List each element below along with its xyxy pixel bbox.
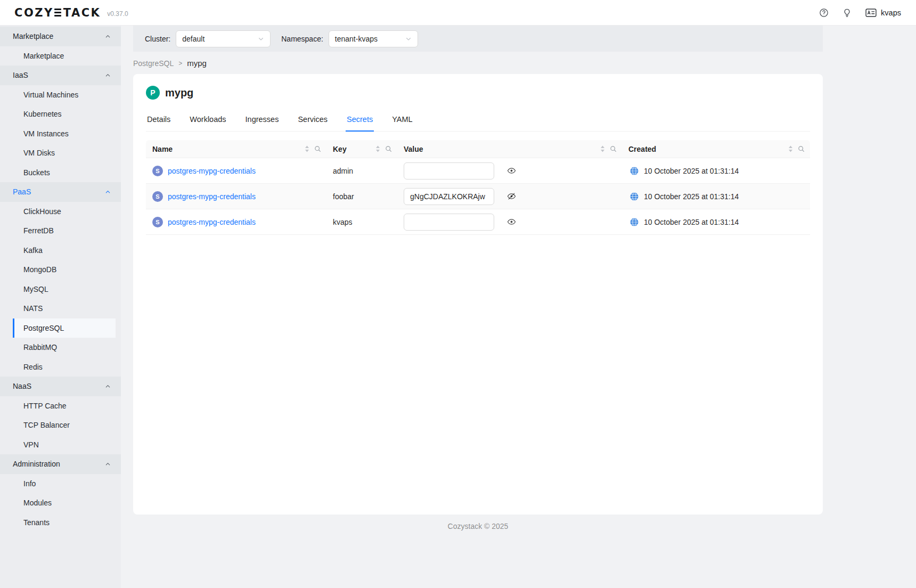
secret-value-input[interactable]	[404, 214, 494, 231]
app-logo[interactable]: COZY TACK v0.37.0	[14, 6, 128, 19]
sidebar-section-administration[interactable]: Administration	[0, 454, 121, 474]
tab-details[interactable]: Details	[146, 108, 171, 131]
tab-workloads[interactable]: Workloads	[189, 108, 227, 131]
column-search-icon[interactable]	[314, 145, 321, 152]
created-date: 10 October 2025 at 01:31:14	[644, 218, 739, 226]
eye-icon[interactable]	[507, 166, 516, 175]
sidebar-item-buckets[interactable]: Buckets	[0, 163, 121, 183]
globe-icon	[629, 192, 639, 201]
sidebar-item-tcp-balancer[interactable]: TCP Balancer	[0, 415, 121, 435]
column-search-icon[interactable]	[385, 145, 392, 152]
created-date: 10 October 2025 at 01:31:14	[644, 192, 739, 201]
user-name: kvaps	[881, 9, 901, 17]
secret-key: admin	[333, 167, 353, 175]
breadcrumb: PostgreSQL > mypg	[133, 59, 823, 68]
sidebar-item-http-cache[interactable]: HTTP Cache	[0, 396, 121, 416]
sidebar-item-kubernetes[interactable]: Kubernetes	[0, 104, 121, 124]
sidebar-item-ferretdb[interactable]: FerretDB	[0, 221, 121, 241]
sidebar-item-tenants[interactable]: Tenants	[0, 513, 121, 533]
namespace-label: Namespace:	[281, 35, 323, 43]
column-search-icon[interactable]	[610, 145, 617, 152]
created-date: 10 October 2025 at 01:31:14	[644, 167, 739, 175]
sidebar: MarketplaceMarketplaceIaaSVirtual Machin…	[0, 26, 121, 588]
main-area: Cluster: default Namespace: tenant-kvaps…	[121, 26, 916, 588]
chevron-up-icon	[105, 72, 111, 78]
secrets-table: NameKeyValueCreated Spostgres-mypg-crede…	[146, 140, 810, 235]
sidebar-item-marketplace[interactable]: Marketplace	[0, 46, 121, 66]
sidebar-item-mysql[interactable]: MySQL	[0, 280, 121, 299]
breadcrumb-parent[interactable]: PostgreSQL	[133, 59, 174, 68]
tab-services[interactable]: Services	[297, 108, 329, 131]
sidebar-item-mongodb[interactable]: MongoDB	[0, 260, 121, 280]
footer-text: Cozystack © 2025	[133, 514, 823, 543]
tab-ingresses[interactable]: Ingresses	[244, 108, 280, 131]
sort-icon[interactable]	[375, 145, 380, 152]
namespace-select[interactable]: tenant-kvaps	[329, 30, 418, 47]
sidebar-item-vpn[interactable]: VPN	[0, 435, 121, 455]
secret-avatar: S	[152, 217, 163, 227]
sidebar-item-vm-disks[interactable]: VM Disks	[0, 143, 121, 163]
secret-name-link[interactable]: postgres-mypg-credentials	[168, 167, 256, 175]
sidebar-item-rabbitmq[interactable]: RabbitMQ	[0, 338, 121, 357]
sidebar-item-clickhouse[interactable]: ClickHouse	[0, 202, 121, 222]
help-icon[interactable]	[819, 8, 829, 18]
column-header-created: Created	[622, 140, 810, 158]
cluster-select-value: default	[182, 35, 205, 43]
sidebar-item-postgresql[interactable]: PostgreSQL	[13, 318, 116, 338]
sidebar-section-marketplace[interactable]: Marketplace	[0, 27, 121, 46]
sidebar-item-nats[interactable]: NATS	[0, 299, 121, 318]
secret-value-input[interactable]	[404, 162, 494, 179]
postgres-avatar: P	[146, 86, 160, 100]
sidebar-item-modules[interactable]: Modules	[0, 493, 121, 513]
eye-off-icon[interactable]	[507, 192, 516, 201]
column-header-value: Value	[397, 140, 622, 158]
version-label: v0.37.0	[107, 8, 128, 18]
sidebar-section-naas[interactable]: NaaS	[0, 377, 121, 396]
table-row: Spostgres-mypg-credentialskvaps10 Octobe…	[146, 209, 810, 235]
context-toolbar: Cluster: default Namespace: tenant-kvaps	[133, 26, 823, 52]
id-badge-icon	[865, 9, 877, 17]
chevron-up-icon	[105, 383, 111, 389]
secret-avatar: S	[152, 191, 163, 202]
chevron-up-icon	[105, 34, 111, 39]
card-header: P mypg	[146, 86, 810, 100]
table-row: Spostgres-mypg-credentialsfoobar10 Octob…	[146, 184, 810, 209]
cluster-label: Cluster:	[145, 35, 170, 43]
eye-icon[interactable]	[507, 217, 516, 226]
sidebar-section-iaas[interactable]: IaaS	[0, 66, 121, 85]
column-title: Name	[152, 145, 173, 153]
sidebar-section-paas[interactable]: PaaS	[0, 182, 121, 202]
globe-icon	[629, 217, 639, 227]
column-header-name: Name	[146, 140, 326, 158]
column-title: Key	[333, 145, 347, 153]
secret-avatar: S	[152, 166, 163, 176]
sort-icon[interactable]	[305, 145, 309, 152]
chevron-down-icon	[258, 36, 264, 42]
app-header: COZY TACK v0.37.0 kvaps	[0, 0, 916, 26]
logo-text-left: COZY	[14, 6, 54, 19]
table-header-row: NameKeyValueCreated	[146, 140, 810, 158]
sidebar-item-info[interactable]: Info	[0, 474, 121, 494]
chevron-up-icon	[105, 461, 111, 467]
secret-name-link[interactable]: postgres-mypg-credentials	[168, 218, 256, 226]
secret-name-link[interactable]: postgres-mypg-credentials	[168, 192, 256, 201]
globe-icon	[629, 166, 639, 176]
logo-bars-icon	[54, 9, 61, 17]
column-search-icon[interactable]	[798, 145, 805, 152]
tab-secrets[interactable]: Secrets	[346, 108, 374, 131]
column-header-key: Key	[326, 140, 397, 158]
tab-yaml[interactable]: YAML	[391, 108, 413, 131]
sidebar-item-virtual-machines[interactable]: Virtual Machines	[0, 85, 121, 105]
tabs: DetailsWorkloadsIngressesServicesSecrets…	[146, 108, 810, 132]
sort-icon[interactable]	[788, 145, 793, 152]
user-menu[interactable]: kvaps	[865, 9, 901, 17]
lightbulb-icon[interactable]	[843, 8, 852, 18]
cluster-select[interactable]: default	[176, 30, 271, 47]
sort-icon[interactable]	[600, 145, 605, 152]
sidebar-item-vm-instances[interactable]: VM Instances	[0, 124, 121, 144]
sidebar-item-redis[interactable]: Redis	[0, 357, 121, 377]
topbar-actions: kvaps	[819, 8, 901, 18]
secret-value-input[interactable]	[404, 188, 494, 205]
sidebar-item-kafka[interactable]: Kafka	[0, 241, 121, 260]
breadcrumb-current: mypg	[187, 59, 207, 68]
